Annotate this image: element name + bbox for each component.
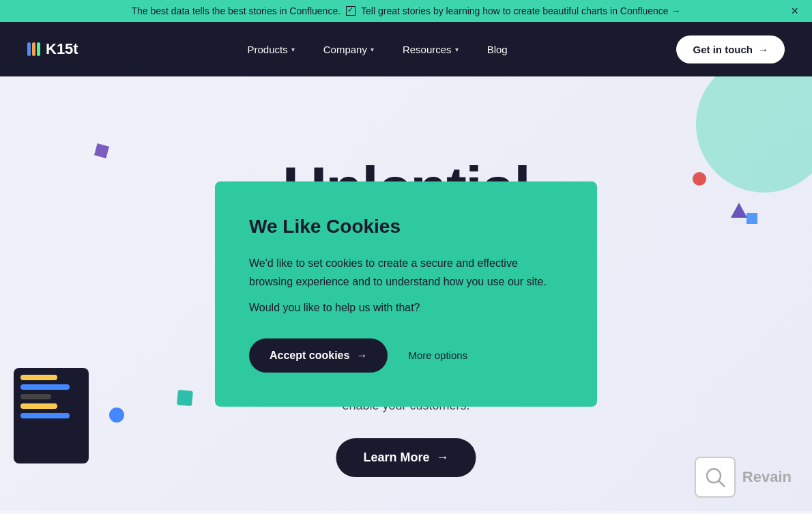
cookie-modal-title: We Like Cookies bbox=[249, 215, 563, 237]
logo-icon bbox=[27, 42, 40, 56]
accept-cookies-button[interactable]: Accept cookies → bbox=[249, 339, 388, 373]
nav-company[interactable]: Company ▾ bbox=[313, 37, 385, 62]
logo-stripe-orange bbox=[32, 42, 35, 56]
main-nav: Products ▾ Company ▾ Resources ▾ Blog bbox=[237, 37, 519, 62]
banner-checkbox-icon bbox=[346, 6, 356, 16]
chevron-down-icon: ▾ bbox=[291, 46, 295, 53]
cookie-modal-body: We'd like to set cookies to create a sec… bbox=[249, 253, 563, 290]
get-in-touch-button[interactable]: Get in touch → bbox=[676, 35, 785, 63]
more-options-button[interactable]: More options bbox=[408, 349, 467, 361]
chevron-down-icon: ▾ bbox=[455, 46, 459, 53]
banner-close-button[interactable]: × bbox=[791, 4, 798, 18]
logo[interactable]: K15t bbox=[27, 40, 78, 58]
main-content: Unlc ​​​​​ ntial O ​​​​ cs Solutions to … bbox=[0, 76, 812, 511]
top-banner: The best data tells the best stories in … bbox=[0, 0, 812, 22]
cookie-modal-actions: Accept cookies → More options bbox=[249, 339, 563, 373]
chevron-down-icon: ▾ bbox=[371, 46, 374, 53]
arrow-right-icon: → bbox=[356, 349, 367, 362]
header: K15t Products ▾ Company ▾ Resources ▾ Bl… bbox=[0, 22, 812, 76]
cookie-overlay: We Like Cookies We'd like to set cookies… bbox=[0, 76, 812, 511]
logo-stripe-green bbox=[37, 42, 40, 56]
arrow-right-icon: → bbox=[758, 44, 768, 55]
banner-text-left: The best data tells the best stories in … bbox=[131, 5, 340, 16]
cookie-modal-question: Would you like to help us with that? bbox=[249, 302, 563, 314]
nav-blog[interactable]: Blog bbox=[476, 37, 519, 62]
nav-resources[interactable]: Resources ▾ bbox=[392, 37, 469, 62]
nav-products[interactable]: Products ▾ bbox=[237, 37, 306, 62]
logo-stripe-blue bbox=[27, 42, 31, 56]
cookie-modal: We Like Cookies We'd like to set cookies… bbox=[215, 181, 597, 406]
banner-link[interactable]: Tell great stories by learning how to cr… bbox=[361, 5, 680, 16]
logo-text: K15t bbox=[46, 40, 78, 58]
